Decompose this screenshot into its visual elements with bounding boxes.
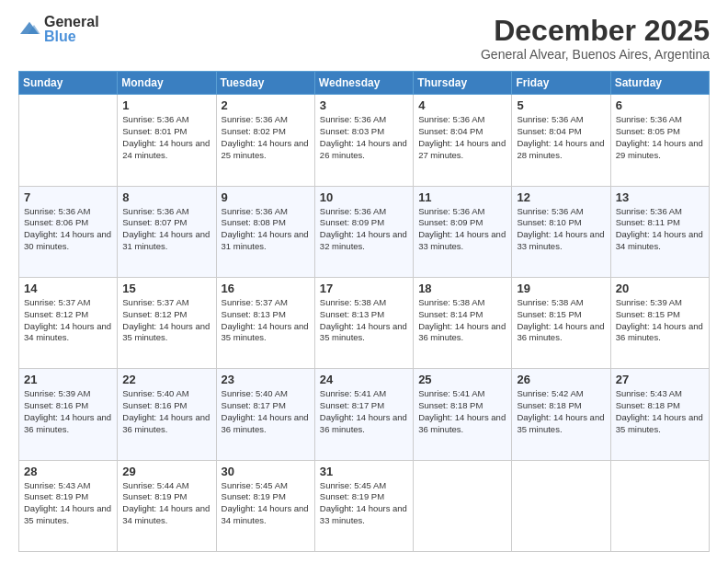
logo-general: General xyxy=(44,15,99,29)
table-row: 8Sunrise: 5:36 AM Sunset: 8:07 PM Daylig… xyxy=(118,186,216,277)
calendar-header-row: Sunday Monday Tuesday Wednesday Thursday… xyxy=(19,72,710,95)
table-row xyxy=(19,95,118,186)
table-row: 28Sunrise: 5:43 AM Sunset: 8:19 PM Dayli… xyxy=(19,460,118,551)
logo-blue: Blue xyxy=(44,29,99,44)
cell-info: Sunrise: 5:36 AM Sunset: 8:09 PM Dayligh… xyxy=(320,206,408,253)
table-row: 7Sunrise: 5:36 AM Sunset: 8:06 PM Daylig… xyxy=(19,186,118,277)
table-row: 29Sunrise: 5:44 AM Sunset: 8:19 PM Dayli… xyxy=(118,460,216,551)
cell-info: Sunrise: 5:37 AM Sunset: 8:13 PM Dayligh… xyxy=(222,297,310,344)
location-subtitle: General Alvear, Buenos Aires, Argentina xyxy=(481,47,710,62)
cell-info: Sunrise: 5:36 AM Sunset: 8:08 PM Dayligh… xyxy=(222,206,310,253)
table-row: 31Sunrise: 5:45 AM Sunset: 8:19 PM Dayli… xyxy=(314,460,413,551)
table-row xyxy=(610,460,709,551)
table-row: 17Sunrise: 5:38 AM Sunset: 8:13 PM Dayli… xyxy=(314,277,413,368)
col-monday: Monday xyxy=(118,72,216,95)
logo: General Blue xyxy=(18,15,99,44)
logo-icon xyxy=(18,20,40,39)
table-row xyxy=(512,460,610,551)
day-number: 15 xyxy=(122,282,210,295)
day-number: 27 xyxy=(616,373,704,386)
cell-info: Sunrise: 5:36 AM Sunset: 8:10 PM Dayligh… xyxy=(517,206,605,253)
calendar-week-row: 14Sunrise: 5:37 AM Sunset: 8:12 PM Dayli… xyxy=(19,277,710,368)
table-row: 13Sunrise: 5:36 AM Sunset: 8:11 PM Dayli… xyxy=(610,186,709,277)
table-row: 27Sunrise: 5:43 AM Sunset: 8:18 PM Dayli… xyxy=(610,369,709,460)
day-number: 18 xyxy=(418,282,506,295)
col-friday: Friday xyxy=(512,72,610,95)
day-number: 13 xyxy=(616,190,704,204)
col-tuesday: Tuesday xyxy=(216,72,314,95)
day-number: 1 xyxy=(122,98,210,112)
table-row: 21Sunrise: 5:39 AM Sunset: 8:16 PM Dayli… xyxy=(19,369,118,460)
day-number: 12 xyxy=(517,190,605,204)
cell-info: Sunrise: 5:36 AM Sunset: 8:09 PM Dayligh… xyxy=(418,206,506,253)
logo-text: General Blue xyxy=(44,15,99,44)
table-row: 14Sunrise: 5:37 AM Sunset: 8:12 PM Dayli… xyxy=(19,277,118,368)
table-row: 16Sunrise: 5:37 AM Sunset: 8:13 PM Dayli… xyxy=(216,277,314,368)
cell-info: Sunrise: 5:36 AM Sunset: 8:04 PM Dayligh… xyxy=(418,114,506,161)
day-number: 6 xyxy=(616,98,704,112)
table-row: 6Sunrise: 5:36 AM Sunset: 8:05 PM Daylig… xyxy=(610,95,709,186)
day-number: 2 xyxy=(222,98,310,112)
day-number: 26 xyxy=(517,373,605,386)
day-number: 10 xyxy=(320,190,408,204)
cell-info: Sunrise: 5:39 AM Sunset: 8:16 PM Dayligh… xyxy=(24,388,112,435)
table-row: 26Sunrise: 5:42 AM Sunset: 8:18 PM Dayli… xyxy=(512,369,610,460)
table-row: 19Sunrise: 5:38 AM Sunset: 8:15 PM Dayli… xyxy=(512,277,610,368)
header: General Blue December 2025 General Alvea… xyxy=(18,15,710,62)
cell-info: Sunrise: 5:36 AM Sunset: 8:02 PM Dayligh… xyxy=(222,114,310,161)
table-row: 24Sunrise: 5:41 AM Sunset: 8:17 PM Dayli… xyxy=(314,369,413,460)
day-number: 9 xyxy=(222,190,310,204)
table-row: 25Sunrise: 5:41 AM Sunset: 8:18 PM Dayli… xyxy=(414,369,512,460)
cell-info: Sunrise: 5:36 AM Sunset: 8:01 PM Dayligh… xyxy=(122,114,210,161)
table-row: 12Sunrise: 5:36 AM Sunset: 8:10 PM Dayli… xyxy=(512,186,610,277)
cell-info: Sunrise: 5:43 AM Sunset: 8:19 PM Dayligh… xyxy=(24,480,112,527)
cell-info: Sunrise: 5:41 AM Sunset: 8:18 PM Dayligh… xyxy=(418,388,506,435)
cell-info: Sunrise: 5:40 AM Sunset: 8:16 PM Dayligh… xyxy=(122,388,210,435)
day-number: 28 xyxy=(24,465,112,478)
day-number: 30 xyxy=(222,465,310,478)
table-row xyxy=(414,460,512,551)
col-saturday: Saturday xyxy=(610,72,709,95)
day-number: 20 xyxy=(616,282,704,295)
cell-info: Sunrise: 5:37 AM Sunset: 8:12 PM Dayligh… xyxy=(122,297,210,344)
day-number: 7 xyxy=(24,190,112,204)
table-row: 3Sunrise: 5:36 AM Sunset: 8:03 PM Daylig… xyxy=(314,95,413,186)
day-number: 21 xyxy=(24,373,112,386)
cell-info: Sunrise: 5:39 AM Sunset: 8:15 PM Dayligh… xyxy=(616,297,704,344)
cell-info: Sunrise: 5:41 AM Sunset: 8:17 PM Dayligh… xyxy=(320,388,408,435)
cell-info: Sunrise: 5:36 AM Sunset: 8:07 PM Dayligh… xyxy=(122,206,210,253)
day-number: 31 xyxy=(320,465,408,478)
day-number: 22 xyxy=(122,373,210,386)
day-number: 5 xyxy=(517,98,605,112)
col-wednesday: Wednesday xyxy=(314,72,413,95)
calendar-week-row: 7Sunrise: 5:36 AM Sunset: 8:06 PM Daylig… xyxy=(19,186,710,277)
cell-info: Sunrise: 5:36 AM Sunset: 8:04 PM Dayligh… xyxy=(517,114,605,161)
day-number: 4 xyxy=(418,98,506,112)
cell-info: Sunrise: 5:36 AM Sunset: 8:05 PM Dayligh… xyxy=(616,114,704,161)
day-number: 23 xyxy=(222,373,310,386)
cell-info: Sunrise: 5:36 AM Sunset: 8:06 PM Dayligh… xyxy=(24,206,112,253)
day-number: 3 xyxy=(320,98,408,112)
table-row: 4Sunrise: 5:36 AM Sunset: 8:04 PM Daylig… xyxy=(414,95,512,186)
table-row: 18Sunrise: 5:38 AM Sunset: 8:14 PM Dayli… xyxy=(414,277,512,368)
cell-info: Sunrise: 5:40 AM Sunset: 8:17 PM Dayligh… xyxy=(222,388,310,435)
page: General Blue December 2025 General Alvea… xyxy=(0,0,728,563)
cell-info: Sunrise: 5:38 AM Sunset: 8:13 PM Dayligh… xyxy=(320,297,408,344)
col-sunday: Sunday xyxy=(19,72,118,95)
table-row: 20Sunrise: 5:39 AM Sunset: 8:15 PM Dayli… xyxy=(610,277,709,368)
cell-info: Sunrise: 5:43 AM Sunset: 8:18 PM Dayligh… xyxy=(616,388,704,435)
day-number: 19 xyxy=(517,282,605,295)
table-row: 15Sunrise: 5:37 AM Sunset: 8:12 PM Dayli… xyxy=(118,277,216,368)
cell-info: Sunrise: 5:36 AM Sunset: 8:03 PM Dayligh… xyxy=(320,114,408,161)
table-row: 5Sunrise: 5:36 AM Sunset: 8:04 PM Daylig… xyxy=(512,95,610,186)
month-title: December 2025 xyxy=(481,15,710,47)
cell-info: Sunrise: 5:45 AM Sunset: 8:19 PM Dayligh… xyxy=(222,480,310,527)
day-number: 11 xyxy=(418,190,506,204)
cell-info: Sunrise: 5:42 AM Sunset: 8:18 PM Dayligh… xyxy=(517,388,605,435)
cell-info: Sunrise: 5:38 AM Sunset: 8:14 PM Dayligh… xyxy=(418,297,506,344)
calendar-week-row: 28Sunrise: 5:43 AM Sunset: 8:19 PM Dayli… xyxy=(19,460,710,551)
table-row: 9Sunrise: 5:36 AM Sunset: 8:08 PM Daylig… xyxy=(216,186,314,277)
day-number: 29 xyxy=(122,465,210,478)
calendar-week-row: 21Sunrise: 5:39 AM Sunset: 8:16 PM Dayli… xyxy=(19,369,710,460)
title-block: December 2025 General Alvear, Buenos Air… xyxy=(481,15,710,62)
